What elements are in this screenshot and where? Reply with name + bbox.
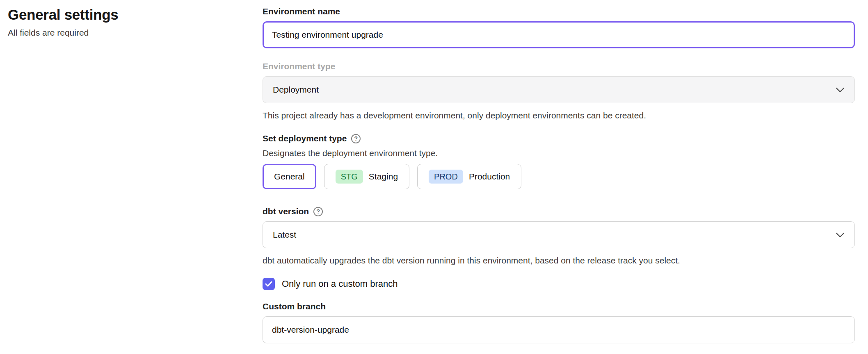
deployment-type-label-row: Set deployment type ? — [263, 133, 855, 144]
custom-branch-toggle-row: Only run on a custom branch — [263, 278, 855, 290]
dbt-version-label-row: dbt version ? — [263, 206, 855, 217]
deployment-type-staging-label: Staging — [369, 172, 398, 182]
help-icon[interactable]: ? — [313, 207, 323, 216]
deployment-type-general-label: General — [274, 172, 305, 182]
environment-type-value: Deployment — [273, 85, 319, 95]
environment-type-helper: This project already has a development e… — [263, 110, 855, 121]
environment-type-select[interactable]: Deployment — [263, 76, 855, 103]
chevron-down-icon — [836, 87, 845, 93]
dbt-version-helper: dbt automatically upgrades the dbt versi… — [263, 255, 855, 266]
dbt-version-value: Latest — [273, 230, 296, 240]
deployment-type-options: General STG Staging PROD Production — [263, 164, 855, 189]
settings-form: Environment name Environment type Deploy… — [263, 6, 855, 343]
check-icon — [265, 281, 272, 287]
deployment-type-helper: Designates the deployment environment ty… — [263, 148, 855, 159]
page-header: General settings All fields are required — [8, 7, 118, 38]
stg-badge: STG — [336, 170, 363, 184]
dbt-version-select[interactable]: Latest — [263, 221, 855, 248]
custom-branch-checkbox-label[interactable]: Only run on a custom branch — [282, 279, 397, 289]
environment-type-label: Environment type — [263, 61, 855, 72]
help-icon[interactable]: ? — [351, 134, 361, 143]
deployment-type-production-label: Production — [469, 172, 510, 182]
environment-name-input[interactable] — [263, 21, 855, 48]
deployment-type-general-button[interactable]: General — [263, 164, 316, 189]
custom-branch-label: Custom branch — [263, 301, 855, 312]
chevron-down-icon — [836, 232, 845, 238]
page-title: General settings — [8, 7, 118, 23]
deployment-type-label: Set deployment type — [263, 133, 347, 144]
environment-name-label: Environment name — [263, 6, 855, 17]
dbt-version-label: dbt version — [263, 206, 309, 217]
deployment-type-production-button[interactable]: PROD Production — [417, 164, 521, 189]
custom-branch-input[interactable] — [263, 316, 855, 343]
page-subtitle: All fields are required — [8, 28, 118, 38]
custom-branch-checkbox[interactable] — [263, 278, 275, 290]
prod-badge: PROD — [429, 170, 463, 184]
deployment-type-staging-button[interactable]: STG Staging — [324, 164, 409, 189]
